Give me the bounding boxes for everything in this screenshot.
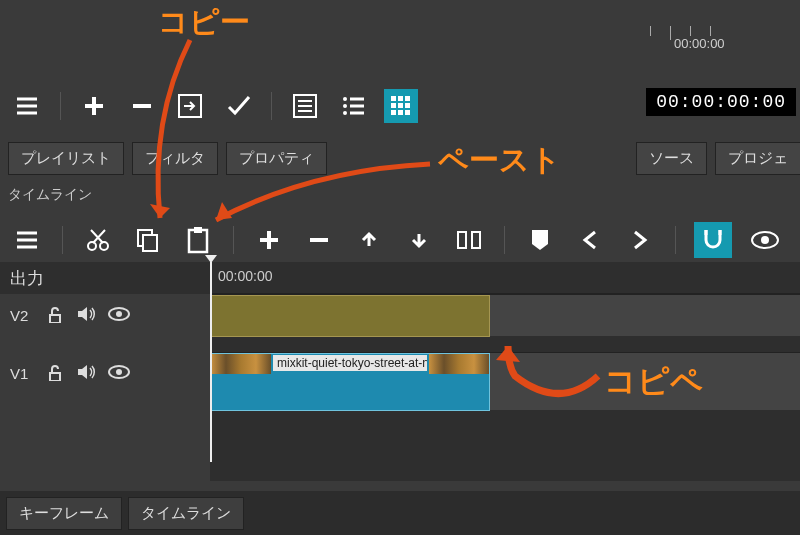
svg-point-27 (116, 369, 122, 375)
clip-v2[interactable] (210, 295, 490, 337)
svg-rect-17 (143, 235, 157, 251)
track-row-v2[interactable]: V2 (0, 294, 210, 336)
timeline-menu-icon[interactable] (10, 223, 44, 257)
bottom-tab-bar: キーフレーム タイムライン (0, 491, 800, 535)
svg-rect-8 (391, 103, 396, 108)
svg-rect-11 (391, 110, 396, 115)
annotation-copy: コピー (158, 2, 250, 43)
clip-name: mixkit-quiet-tokyo-street-at-nig (273, 355, 427, 371)
mute-icon[interactable] (76, 364, 96, 383)
panel-tabs: プレイリスト フィルタ プロパティ ソース プロジェ (0, 140, 800, 176)
menu-icon[interactable] (10, 89, 44, 123)
svg-rect-7 (405, 96, 410, 101)
tab-project[interactable]: プロジェ (715, 142, 800, 175)
timeline-toolbar (0, 218, 800, 262)
list-view-icon[interactable] (336, 89, 370, 123)
svg-point-23 (761, 236, 769, 244)
marker-icon[interactable] (523, 223, 557, 257)
check-icon[interactable] (221, 89, 255, 123)
svg-point-14 (88, 242, 96, 250)
track-label: V2 (10, 307, 34, 324)
timeline-panel-title: タイムライン (8, 186, 92, 204)
svg-point-25 (116, 311, 122, 317)
next-marker-icon[interactable] (623, 223, 657, 257)
timecode-display[interactable]: 00:00:00:00 (646, 88, 796, 116)
paste-icon[interactable] (181, 223, 215, 257)
tab-filter[interactable]: フィルタ (132, 142, 218, 175)
hide-icon[interactable] (108, 364, 130, 383)
svg-rect-18 (189, 230, 207, 252)
export-icon[interactable] (173, 89, 207, 123)
tab-keyframe[interactable]: キーフレーム (6, 497, 122, 530)
tab-playlist[interactable]: プレイリスト (8, 142, 124, 175)
grid-view-icon[interactable] (384, 89, 418, 123)
preview-ruler[interactable]: 00:00:00 (630, 26, 800, 56)
split-icon[interactable] (452, 223, 486, 257)
snap-icon[interactable] (694, 222, 732, 258)
add-icon[interactable] (77, 89, 111, 123)
svg-rect-21 (472, 232, 480, 248)
track-label: V1 (10, 365, 34, 382)
copy-icon[interactable] (131, 223, 165, 257)
delete-icon[interactable] (302, 223, 336, 257)
lock-icon[interactable] (46, 363, 64, 384)
svg-rect-5 (391, 96, 396, 101)
lock-icon[interactable] (46, 305, 64, 326)
output-label: 出力 (0, 262, 210, 294)
svg-point-2 (343, 97, 347, 101)
track-row-v1[interactable]: V1 (0, 352, 210, 394)
hide-icon[interactable] (108, 306, 130, 325)
svg-rect-20 (458, 232, 466, 248)
append-icon[interactable] (252, 223, 286, 257)
ruler-label: 00:00:00 (674, 36, 725, 51)
track-header: 出力 V2 V1 (0, 262, 210, 481)
tab-property[interactable]: プロパティ (226, 142, 327, 175)
svg-rect-9 (398, 103, 403, 108)
playhead[interactable] (210, 262, 212, 462)
scrub-icon[interactable] (748, 223, 782, 257)
clip-thumbnail (211, 354, 271, 374)
svg-point-3 (343, 104, 347, 108)
svg-rect-19 (194, 227, 202, 233)
timeline-canvas[interactable]: 00:00:00 mixkit-quiet-tokyo-street-at-ni… (210, 262, 800, 481)
lift-icon[interactable] (352, 223, 386, 257)
svg-point-15 (100, 242, 108, 250)
tab-source[interactable]: ソース (636, 142, 707, 175)
tab-timeline[interactable]: タイムライン (128, 497, 244, 530)
svg-rect-6 (398, 96, 403, 101)
prev-marker-icon[interactable] (573, 223, 607, 257)
svg-rect-12 (398, 110, 403, 115)
annotation-arrow (130, 30, 250, 230)
svg-rect-13 (405, 110, 410, 115)
svg-point-4 (343, 111, 347, 115)
track-v2[interactable] (210, 294, 800, 336)
svg-rect-10 (405, 103, 410, 108)
track-v1[interactable]: mixkit-quiet-tokyo-street-at-nig (210, 352, 800, 410)
detail-view-icon[interactable] (288, 89, 322, 123)
remove-icon[interactable] (125, 89, 159, 123)
cut-icon[interactable] (81, 223, 115, 257)
clip-v1[interactable]: mixkit-quiet-tokyo-street-at-nig (210, 353, 490, 411)
clip-thumbnail (429, 354, 489, 374)
timeline-ruler[interactable]: 00:00:00 (210, 262, 800, 294)
ruler-zero: 00:00:00 (218, 268, 273, 284)
mute-icon[interactable] (76, 306, 96, 325)
overwrite-icon[interactable] (402, 223, 436, 257)
